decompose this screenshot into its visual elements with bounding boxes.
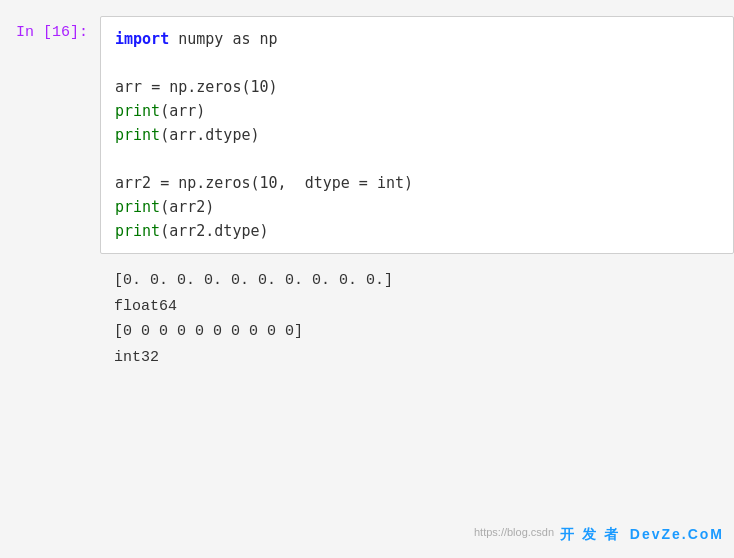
code-line-9: print(arr2.dtype) [115, 219, 719, 243]
input-cell: In [16]: import numpy as np arr = np.zer… [0, 10, 734, 260]
code-line-4: print(arr) [115, 99, 719, 123]
csdn-link: https://blog.csdn [474, 526, 554, 544]
watermark-text: 开 发 者 DevZe.CoM [560, 526, 724, 544]
code-line-3: arr = np.zeros(10) [115, 75, 719, 99]
code-line-blank2 [115, 147, 719, 171]
output-line-2: float64 [114, 294, 393, 320]
code-line-8: print(arr2) [115, 195, 719, 219]
code-line-1: import numpy as np [115, 27, 719, 51]
cell-label: In [16]: [0, 16, 100, 41]
output-content: [0. 0. 0. 0. 0. 0. 0. 0. 0. 0.] float64 … [100, 264, 407, 374]
watermark-bar: https://blog.csdn 开 发 者 DevZe.CoM [0, 522, 734, 548]
code-editor[interactable]: import numpy as np arr = np.zeros(10) pr… [100, 16, 734, 254]
keyword-print4: print [115, 222, 160, 240]
code-block: import numpy as np arr = np.zeros(10) pr… [115, 27, 719, 243]
output-cell: [0. 0. 0. 0. 0. 0. 0. 0. 0. 0.] float64 … [0, 260, 734, 384]
keyword-as: as [232, 30, 250, 48]
output-line-4: int32 [114, 345, 393, 371]
keyword-print2: print [115, 126, 160, 144]
output-line-3: [0 0 0 0 0 0 0 0 0 0] [114, 319, 393, 345]
code-line-5: print(arr.dtype) [115, 123, 719, 147]
code-line-blank1 [115, 51, 719, 75]
keyword-import: import [115, 30, 169, 48]
keyword-print1: print [115, 102, 160, 120]
keyword-print3: print [115, 198, 160, 216]
output-line-1: [0. 0. 0. 0. 0. 0. 0. 0. 0. 0.] [114, 268, 393, 294]
code-line-7: arr2 = np.zeros(10, dtype = int) [115, 171, 719, 195]
